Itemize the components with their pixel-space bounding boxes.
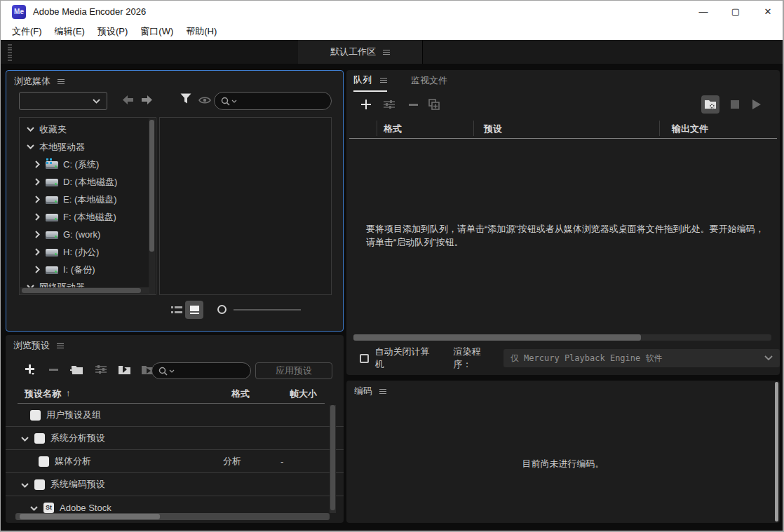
tree-item[interactable]: 收藏夹	[20, 121, 156, 138]
forward-arrow-icon[interactable]	[141, 95, 152, 106]
stop-queue-button[interactable]	[726, 95, 744, 114]
preset-format: 分析	[223, 455, 241, 468]
tree-item[interactable]: H: (办公)	[20, 243, 156, 261]
chevron-down-icon	[93, 99, 100, 104]
column-preset-name[interactable]: 预设名称	[25, 388, 61, 400]
list-view-button[interactable]	[168, 301, 186, 319]
preset-browser-title: 浏览预设	[13, 339, 50, 352]
back-arrow-icon[interactable]	[122, 95, 133, 106]
media-content-area[interactable]	[159, 117, 332, 295]
preset-name: 用户预设及组	[46, 409, 101, 421]
preset-vertical-scrollbar[interactable]	[330, 405, 336, 513]
tree-item[interactable]: F: (本地磁盘)	[20, 208, 156, 226]
tree-item[interactable]: G: (work)	[20, 226, 156, 243]
menu-help[interactable]: 帮助(H)	[180, 24, 223, 39]
preset-settings-icon[interactable]	[94, 362, 108, 376]
location-dropdown[interactable]	[19, 92, 107, 110]
workspace-menu-icon[interactable]	[383, 50, 390, 55]
menu-preset[interactable]: 预设(P)	[91, 24, 134, 39]
tree-horizontal-scrollbar[interactable]	[20, 287, 149, 294]
column-preset[interactable]: 预设	[484, 123, 502, 135]
zoom-slider-track[interactable]	[234, 309, 301, 311]
panel-menu-icon[interactable]	[57, 343, 64, 348]
search-icon	[158, 367, 168, 376]
remove-preset-icon[interactable]	[46, 362, 60, 376]
apply-preset-button[interactable]: 应用预设	[255, 362, 332, 379]
tree-item-label: F: (本地磁盘)	[63, 211, 116, 224]
close-button[interactable]: ✕	[752, 0, 784, 23]
row-chevron-icon[interactable]	[21, 433, 29, 444]
workspace-tab[interactable]: 默认工作区	[298, 40, 422, 64]
tree-item-label: C: (系统)	[63, 158, 99, 171]
queue-horizontal-scrollbar[interactable]	[353, 334, 771, 341]
tree-chevron-icon[interactable]	[32, 212, 42, 222]
duplicate-icon[interactable]	[426, 97, 442, 112]
panel-menu-icon[interactable]	[379, 389, 386, 394]
preset-horizontal-scrollbar[interactable]	[15, 513, 330, 520]
menu-window[interactable]: 窗口(W)	[134, 24, 180, 39]
auto-encode-watch-folders-button[interactable]	[701, 95, 719, 114]
title-bar: Me Adobe Media Encoder 2026 — ▢ ✕	[0, 0, 784, 23]
start-queue-button[interactable]	[748, 95, 766, 114]
encoding-empty-message: 目前尚未进行编码。	[346, 458, 780, 470]
thumbnail-view-button[interactable]	[185, 301, 203, 319]
tree-chevron-icon[interactable]	[32, 265, 42, 275]
tree-chevron-icon[interactable]	[32, 160, 42, 170]
column-output-file[interactable]: 输出文件	[672, 123, 708, 135]
remove-source-icon[interactable]	[405, 97, 421, 112]
queue-tabs: 队列 监视文件	[353, 74, 447, 92]
minimize-button[interactable]: —	[687, 0, 719, 23]
tree-item[interactable]: D: (本地磁盘)	[20, 173, 156, 191]
media-browser-footer	[6, 299, 344, 330]
queue-settings-icon[interactable]	[381, 97, 397, 112]
tree-item[interactable]: E: (本地磁盘)	[20, 191, 156, 208]
tree-item[interactable]: C: (系统)	[20, 156, 156, 173]
search-options-chevron-icon	[169, 369, 175, 373]
window-controls: — ▢ ✕	[687, 0, 784, 23]
tree-chevron-icon[interactable]	[32, 195, 42, 205]
row-chevron-icon[interactable]	[21, 479, 29, 490]
column-format[interactable]: 格式	[384, 123, 402, 135]
menu-file[interactable]: 文件(F)	[6, 24, 48, 39]
window-border-left	[0, 0, 1, 532]
maximize-button[interactable]: ▢	[719, 0, 752, 23]
preset-row[interactable]: 系统编码预设	[6, 473, 344, 496]
tab-queue[interactable]: 队列	[353, 74, 387, 92]
tree-chevron-icon[interactable]	[25, 125, 35, 135]
preset-row[interactable]: 用户预设及组	[6, 404, 344, 427]
tree-chevron-icon[interactable]	[32, 177, 42, 187]
workspace-tab-label: 默认工作区	[330, 46, 376, 58]
eye-icon[interactable]	[198, 95, 210, 106]
tree-item[interactable]: I: (备份)	[20, 261, 156, 278]
renderer-dropdown[interactable]: 仅 Mercury Playback Engine 软件	[503, 349, 780, 367]
tab-watch-folders[interactable]: 监视文件	[411, 74, 447, 92]
tree-chevron-icon[interactable]	[32, 230, 42, 240]
preset-row[interactable]: St Adobe Stock	[6, 496, 344, 513]
panel-menu-icon[interactable]	[380, 78, 387, 83]
preset-row[interactable]: 媒体分析 分析 -	[6, 450, 344, 473]
add-source-icon[interactable]	[358, 97, 374, 112]
import-preset-icon[interactable]	[117, 362, 131, 376]
media-search-input[interactable]	[214, 92, 332, 110]
tree-chevron-icon[interactable]	[32, 247, 42, 257]
preset-row[interactable]: 系统分析预设	[6, 427, 344, 450]
panel-menu-icon[interactable]	[58, 79, 65, 84]
column-format[interactable]: 格式	[231, 388, 250, 400]
tree-vertical-scrollbar[interactable]	[149, 118, 155, 295]
encoding-panel: 编码 目前尚未进行编码。	[346, 381, 780, 523]
tree-chevron-icon[interactable]	[25, 142, 35, 152]
zoom-slider-handle[interactable]	[217, 305, 227, 314]
preset-search-input[interactable]	[151, 362, 251, 379]
filter-icon[interactable]	[180, 93, 191, 104]
drag-handle-icon[interactable]	[8, 44, 12, 61]
new-preset-group-icon[interactable]	[69, 362, 83, 376]
queue-footer: 自动关闭计算机 渲染程序： 仅 Mercury Playback Engine …	[346, 346, 780, 370]
add-preset-icon[interactable]	[22, 362, 36, 376]
tree-item[interactable]: 本地驱动器	[20, 138, 156, 156]
row-chevron-icon[interactable]	[30, 503, 38, 513]
column-frame-size[interactable]: 帧大小	[290, 388, 317, 400]
encoding-scrollbar[interactable]	[775, 382, 778, 521]
menu-edit[interactable]: 编辑(E)	[48, 24, 91, 39]
auto-shutdown-checkbox[interactable]	[360, 354, 369, 363]
watch-folder-gear-icon	[705, 100, 717, 109]
